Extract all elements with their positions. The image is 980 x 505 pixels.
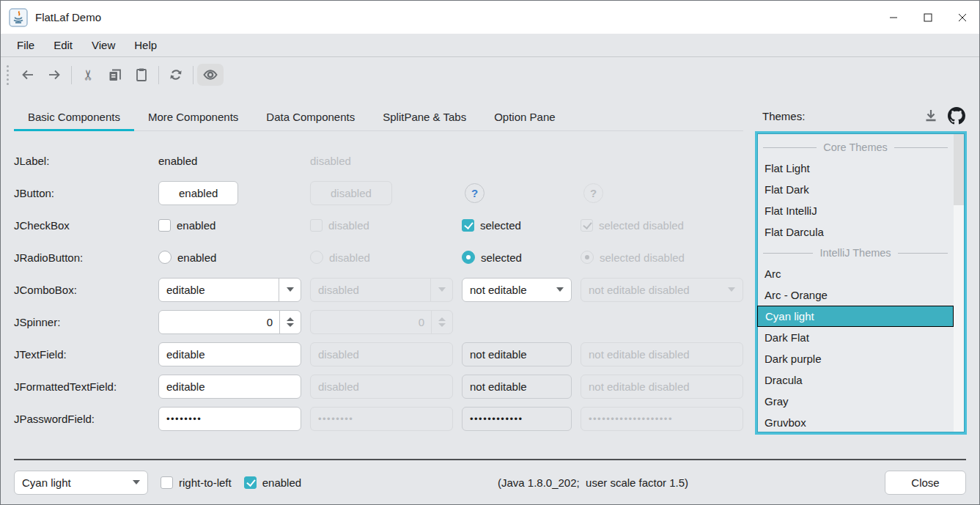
tab-data-components[interactable]: Data Components (252, 103, 369, 130)
tab-splitpane-tabs[interactable]: SplitPane & Tabs (369, 103, 480, 130)
checkbox-selected[interactable]: selected (462, 219, 572, 232)
jbutton-enabled[interactable]: enabled (158, 181, 238, 205)
tab-more-components[interactable]: More Components (134, 103, 252, 130)
textfield-not-editable: not editable (462, 342, 572, 366)
spinner-arrows-icon[interactable] (279, 311, 301, 333)
close-button[interactable]: Close (885, 471, 966, 495)
chevron-down-icon[interactable] (549, 279, 571, 301)
passwordfield-disabled: •••••••• (310, 407, 453, 431)
theme-item-flat-darcula[interactable]: Flat Darcula (757, 221, 954, 243)
theme-item-flat-light[interactable]: Flat Light (757, 158, 954, 179)
themes-header: Themes: (762, 105, 965, 127)
passwordfield-not-editable-disabled: ••••••••••••••••••• (581, 407, 743, 431)
forward-icon[interactable] (41, 64, 67, 86)
theme-group-divider: Core Themes (757, 137, 954, 158)
cut-icon[interactable]: ✂ (75, 64, 102, 86)
combobox-not-editable-disabled: not editable disabled (581, 278, 743, 302)
row-label-jcheckbox: JCheckBox (14, 219, 150, 232)
back-icon[interactable] (15, 64, 41, 86)
formatted-textfield-not-editable: not editable (462, 375, 572, 399)
title-bar: FlatLaf Demo (1, 1, 979, 34)
refresh-icon[interactable] (163, 64, 189, 86)
theme-item-arc[interactable]: Arc (757, 263, 954, 284)
theme-select-combobox[interactable]: Cyan light (14, 471, 148, 495)
theme-item-flat-intellij[interactable]: Flat IntelliJ (757, 200, 954, 221)
checkbox-enabled[interactable]: enabled (158, 219, 301, 232)
toolbar-separator (158, 66, 159, 84)
checkbox-checked-icon[interactable] (462, 219, 474, 232)
minimize-icon[interactable] (876, 1, 910, 34)
textfield-editable[interactable]: editable (158, 342, 301, 366)
toolbar-separator (71, 66, 72, 84)
radio-disabled: disabled (310, 251, 453, 264)
radio-icon[interactable] (158, 251, 172, 264)
checkbox-icon[interactable] (158, 219, 171, 232)
menu-bar: File Edit View Help (1, 34, 979, 57)
row-label-jtextfield: JTextField: (14, 348, 150, 361)
themes-scrollbar[interactable] (954, 134, 964, 432)
combobox-editable[interactable]: editable (158, 278, 301, 302)
theme-item-arc-orange[interactable]: Arc - Orange (757, 284, 954, 306)
checkbox-disabled: disabled (310, 219, 453, 232)
passwordfield-not-editable: •••••••••••• (462, 407, 572, 431)
combobox-not-editable[interactable]: not editable (462, 278, 572, 302)
textfield-not-editable-disabled: not editable disabled (581, 342, 743, 366)
theme-group-divider: IntelliJ Themes (757, 243, 954, 263)
chevron-down-icon[interactable] (125, 471, 147, 494)
radio-selected-icon[interactable] (462, 251, 475, 264)
help-button-disabled: ? (583, 183, 603, 203)
formatted-textfield-editable[interactable]: editable (158, 375, 301, 399)
theme-item-gray[interactable]: Gray (757, 391, 954, 412)
theme-item-dracula[interactable]: Dracula (757, 369, 954, 391)
help-button[interactable]: ? (465, 183, 485, 203)
components-grid: JLabel: enabled disabled JButton: enable… (14, 144, 743, 435)
close-icon[interactable] (945, 1, 979, 34)
theme-item-gruvbox[interactable]: Gruvbox (757, 412, 954, 433)
toolbar-grip-icon[interactable] (7, 65, 9, 85)
theme-item-flat-dark[interactable]: Flat Dark (757, 179, 954, 200)
row-label-jcombobox: JComboBox: (14, 284, 150, 296)
app-window: FlatLaf Demo File Edit View Help (0, 0, 980, 505)
maximize-icon[interactable] (910, 1, 945, 34)
themes-list[interactable]: Core Themes Flat Light Flat Dark Flat In… (755, 131, 967, 435)
content-area: Basic Components More Components Data Co… (1, 92, 979, 459)
row-label-jbutton: JButton: (14, 187, 150, 199)
enabled-checkbox[interactable]: enabled (244, 476, 301, 489)
scrollbar-thumb[interactable] (954, 134, 964, 205)
checkbox-icon (310, 219, 323, 232)
chevron-down-icon (430, 279, 452, 301)
menu-file[interactable]: File (7, 35, 44, 55)
window-title: FlatLaf Demo (35, 11, 101, 23)
combobox-disabled: disabled (310, 278, 453, 302)
checkbox-selected-disabled: selected disabled (581, 219, 743, 232)
checkbox-checked-icon[interactable] (244, 476, 257, 489)
menu-help[interactable]: Help (125, 35, 166, 55)
copy-icon[interactable] (102, 64, 128, 86)
show-hint-eye-icon[interactable] (197, 64, 224, 86)
status-text: (Java 1.8.0_202; user scale factor 1.5) (314, 476, 872, 489)
rtl-checkbox[interactable]: right-to-left (161, 476, 232, 489)
tab-basic-components[interactable]: Basic Components (14, 103, 134, 130)
radio-selected-disabled: selected disabled (581, 251, 743, 264)
menu-view[interactable]: View (82, 35, 125, 55)
github-icon[interactable] (948, 107, 965, 125)
chevron-down-icon[interactable] (279, 279, 301, 301)
theme-item-dark-flat[interactable]: Dark Flat (757, 327, 954, 348)
theme-item-dark-purple[interactable]: Dark purple (757, 348, 954, 369)
textfield-disabled: disabled (310, 342, 453, 366)
tab-option-pane[interactable]: Option Pane (480, 103, 569, 130)
paste-icon[interactable] (128, 64, 155, 86)
spinner-enabled[interactable]: 0 (158, 310, 301, 334)
menu-edit[interactable]: Edit (44, 35, 82, 55)
checkbox-checked-icon (581, 219, 593, 232)
java-app-icon (9, 8, 28, 27)
radio-icon (310, 251, 323, 264)
row-label-jformattedtextfield: JFormattedTextField: (14, 380, 150, 393)
download-icon[interactable] (923, 108, 939, 124)
theme-item-cyan-light[interactable]: Cyan light (757, 306, 954, 327)
radio-selected[interactable]: selected (462, 251, 572, 264)
passwordfield-editable[interactable]: •••••••• (158, 407, 301, 431)
radio-enabled[interactable]: enabled (158, 251, 301, 264)
checkbox-icon[interactable] (161, 476, 173, 489)
row-label-jspinner: JSpinner: (14, 316, 150, 328)
